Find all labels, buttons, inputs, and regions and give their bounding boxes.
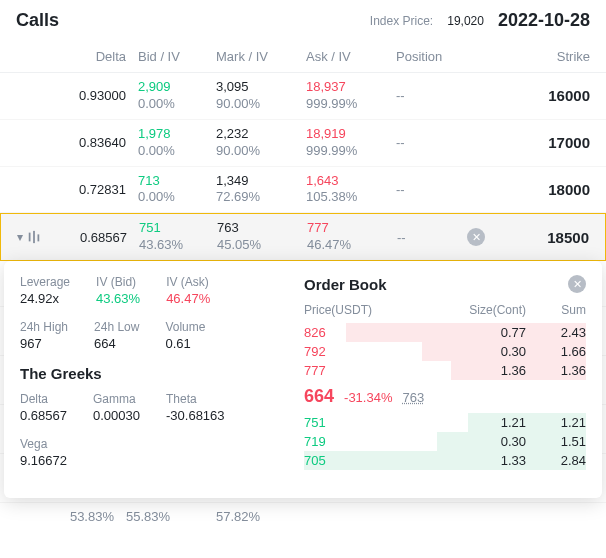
ob-ask-row[interactable]: 7920.301.66: [304, 342, 586, 361]
row-delta: 0.68567: [47, 230, 127, 245]
ob-price: 719: [304, 434, 384, 449]
ob-ask-row[interactable]: 7771.361.36: [304, 361, 586, 380]
col-bid[interactable]: Bid / IV: [126, 49, 216, 64]
faded-v3: 57.82%: [216, 509, 306, 524]
option-row[interactable]: ▾0.6856775143.63%76345.05%77746.47%--✕18…: [0, 213, 606, 261]
option-row[interactable]: 0.836401,9780.00%2,23290.00%18,919999.99…: [0, 120, 606, 167]
ob-sum: 1.51: [526, 434, 586, 449]
calls-header: Calls Index Price: 19,020 2022-10-28: [0, 0, 606, 41]
low-label: 24h Low: [94, 320, 139, 334]
option-row[interactable]: 0.930002,9090.00%3,09590.00%18,937999.99…: [0, 73, 606, 120]
ob-size: 1.33: [384, 453, 526, 468]
ob-mid-mark[interactable]: 763: [402, 390, 424, 405]
svg-rect-1: [33, 231, 35, 243]
row-position: --: [397, 230, 467, 245]
iv-ask-label: IV (Ask): [166, 275, 210, 289]
ask-price[interactable]: 1,643: [306, 173, 396, 190]
close-icon[interactable]: ✕: [467, 228, 485, 246]
faded-v2: 55.83%: [126, 509, 216, 524]
bid-price[interactable]: 2,909: [138, 79, 216, 96]
leverage-value: 24.92x: [20, 291, 70, 306]
detail-left: Leverage 24.92x IV (Bid) 43.63% IV (Ask)…: [20, 275, 290, 482]
col-delta[interactable]: Delta: [46, 49, 126, 64]
ob-size: 0.77: [384, 325, 526, 340]
ob-price: 777: [304, 363, 384, 378]
ob-size: 1.36: [384, 363, 526, 378]
col-mark[interactable]: Mark / IV: [216, 49, 306, 64]
ask-price[interactable]: 18,937: [306, 79, 396, 96]
row-strike: 18500: [485, 229, 589, 246]
bid-iv: 0.00%: [138, 96, 216, 113]
high-label: 24h High: [20, 320, 68, 334]
col-ask[interactable]: Ask / IV: [306, 49, 396, 64]
row-position: --: [396, 135, 466, 150]
col-position[interactable]: Position: [396, 49, 466, 64]
option-row[interactable]: 0.728317130.00%1,34972.69%1,643105.38%--…: [0, 167, 606, 214]
index-price-value: 19,020: [447, 14, 484, 28]
expiry-date[interactable]: 2022-10-28: [498, 10, 590, 31]
ask-iv: 46.47%: [307, 237, 397, 254]
ask-iv: 999.99%: [306, 96, 396, 113]
row-position: --: [396, 182, 466, 197]
detail-panel: Leverage 24.92x IV (Bid) 43.63% IV (Ask)…: [4, 261, 602, 498]
row-strike: 17000: [466, 134, 590, 151]
ob-sum: 1.21: [526, 415, 586, 430]
mark-iv: 90.00%: [216, 143, 306, 160]
ob-mid-row: 664 -31.34% 763: [304, 380, 586, 413]
ob-price: 705: [304, 453, 384, 468]
ob-bid-row[interactable]: 7190.301.51: [304, 432, 586, 451]
ob-sum: 1.36: [526, 363, 586, 378]
svg-rect-2: [38, 235, 40, 242]
ob-price: 792: [304, 344, 384, 359]
columns-header: Delta Bid / IV Mark / IV Ask / IV Positi…: [0, 41, 606, 73]
iv-bid-value: 43.63%: [96, 291, 140, 306]
ob-bid-row[interactable]: 7511.211.21: [304, 413, 586, 432]
bid-iv: 43.63%: [139, 237, 217, 254]
chart-icon[interactable]: [27, 230, 41, 244]
ask-price[interactable]: 18,919: [306, 126, 396, 143]
header-title: Calls: [16, 10, 356, 31]
mark-iv: 72.69%: [216, 189, 306, 206]
ob-price: 751: [304, 415, 384, 430]
ob-mid-price: 664: [304, 386, 334, 407]
ob-bid-row[interactable]: 7051.332.84: [304, 451, 586, 470]
row-strike: 18000: [466, 181, 590, 198]
greek-vega-value: 9.16672: [20, 453, 67, 468]
row-delta: 0.72831: [46, 182, 126, 197]
ob-ask-row[interactable]: 8260.772.43: [304, 323, 586, 342]
mark-price: 3,095: [216, 79, 306, 96]
bid-price[interactable]: 713: [138, 173, 216, 190]
col-strike[interactable]: Strike: [466, 49, 590, 64]
index-price-label: Index Price:: [370, 14, 433, 28]
ob-sum: 2.43: [526, 325, 586, 340]
bid-price[interactable]: 1,978: [138, 126, 216, 143]
vol-value: 0.61: [165, 336, 205, 351]
ask-iv: 999.99%: [306, 143, 396, 160]
svg-rect-0: [29, 233, 31, 242]
ob-col-sum: Sum: [526, 303, 586, 317]
mark-iv: 90.00%: [216, 96, 306, 113]
ob-mid-change: -31.34%: [344, 390, 392, 405]
ob-size: 0.30: [384, 344, 526, 359]
mark-price: 763: [217, 220, 307, 237]
ob-sum: 1.66: [526, 344, 586, 359]
mark-price: 2,232: [216, 126, 306, 143]
row-delta: 0.83640: [46, 135, 126, 150]
ob-size: 0.30: [384, 434, 526, 449]
vol-label: Volume: [165, 320, 205, 334]
faded-row: 53.83% 55.83% 57.82%: [0, 503, 606, 530]
ob-sum: 2.84: [526, 453, 586, 468]
high-value: 967: [20, 336, 68, 351]
greek-theta-label: Theta: [166, 392, 225, 406]
chevron-down-icon[interactable]: ▾: [17, 230, 23, 244]
close-icon[interactable]: ✕: [568, 275, 586, 293]
ob-size: 1.21: [384, 415, 526, 430]
greek-gamma-value: 0.00030: [93, 408, 140, 423]
greeks-title: The Greeks: [20, 365, 290, 382]
bid-price[interactable]: 751: [139, 220, 217, 237]
ask-price[interactable]: 777: [307, 220, 397, 237]
greek-delta-label: Delta: [20, 392, 67, 406]
faded-v1: 53.83%: [16, 509, 126, 524]
greek-theta-value: -30.68163: [166, 408, 225, 423]
ask-iv: 105.38%: [306, 189, 396, 206]
